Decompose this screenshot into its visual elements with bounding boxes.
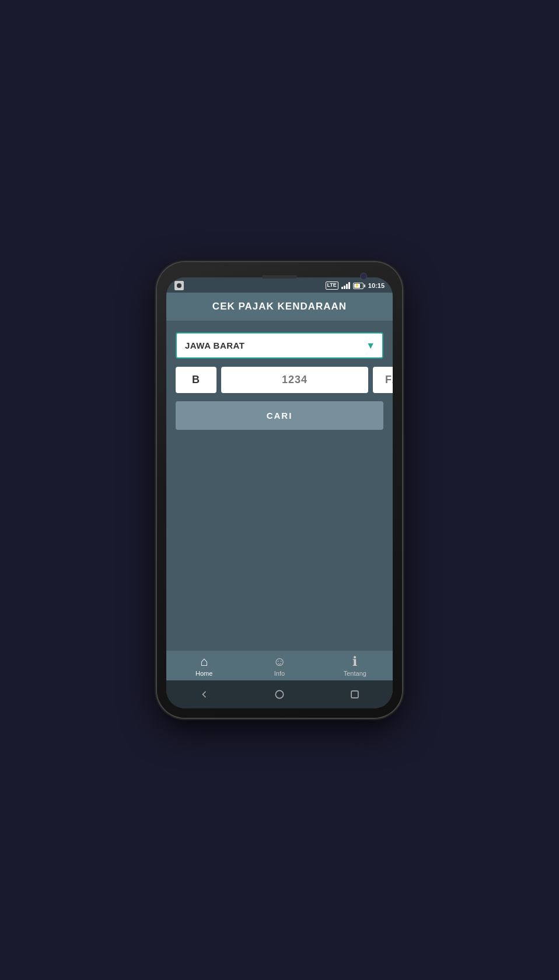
plate-row	[176, 367, 383, 393]
nav-item-info[interactable]: ☺ Info	[262, 655, 297, 677]
nav-label-info: Info	[274, 670, 285, 677]
home-button[interactable]	[271, 686, 288, 703]
plate-number-input[interactable]	[221, 367, 368, 393]
phone-screen: LTE 10:15 CEK PAJAK KENDARAAN	[166, 277, 393, 708]
svg-point-1	[275, 690, 283, 698]
province-dropdown[interactable]: JAWA BARAT JAWA TENGAH JAWA TIMUR DKI JA…	[176, 332, 383, 359]
home-icon: ⌂	[200, 655, 208, 668]
phone-device: LTE 10:15 CEK PAJAK KENDARAAN	[157, 262, 402, 718]
svg-point-0	[177, 283, 181, 288]
status-bar: LTE 10:15	[166, 277, 393, 293]
province-dropdown-wrapper: JAWA BARAT JAWA TENGAH JAWA TIMUR DKI JA…	[176, 332, 383, 359]
status-right: LTE 10:15	[326, 282, 385, 290]
svg-rect-2	[351, 691, 358, 698]
nav-label-home: Home	[195, 670, 212, 677]
content-area	[176, 438, 383, 639]
plate-suffix-input[interactable]	[373, 367, 393, 393]
recents-button[interactable]	[347, 686, 363, 703]
back-button[interactable]	[196, 686, 212, 703]
status-left	[174, 281, 184, 290]
tentang-icon: ℹ	[352, 655, 357, 668]
battery-icon	[353, 283, 365, 289]
app-header: CEK PAJAK KENDARAAN	[166, 293, 393, 321]
plate-prefix-input[interactable]	[176, 367, 216, 393]
signal-icon	[341, 282, 350, 289]
system-nav	[166, 680, 393, 708]
bottom-nav: ⌂ Home ☺ Info ℹ Tentang	[166, 651, 393, 680]
app-content: JAWA BARAT JAWA TENGAH JAWA TIMUR DKI JA…	[166, 321, 393, 651]
android-icon	[174, 281, 184, 290]
app-title: CEK PAJAK KENDARAAN	[212, 301, 347, 312]
info-icon: ☺	[273, 655, 286, 668]
search-button[interactable]: CARI	[176, 401, 383, 430]
lte-badge: LTE	[326, 282, 338, 290]
status-time: 10:15	[368, 282, 385, 289]
nav-item-tentang[interactable]: ℹ Tentang	[337, 655, 372, 677]
nav-item-home[interactable]: ⌂ Home	[187, 655, 222, 677]
nav-label-tentang: Tentang	[344, 670, 366, 677]
